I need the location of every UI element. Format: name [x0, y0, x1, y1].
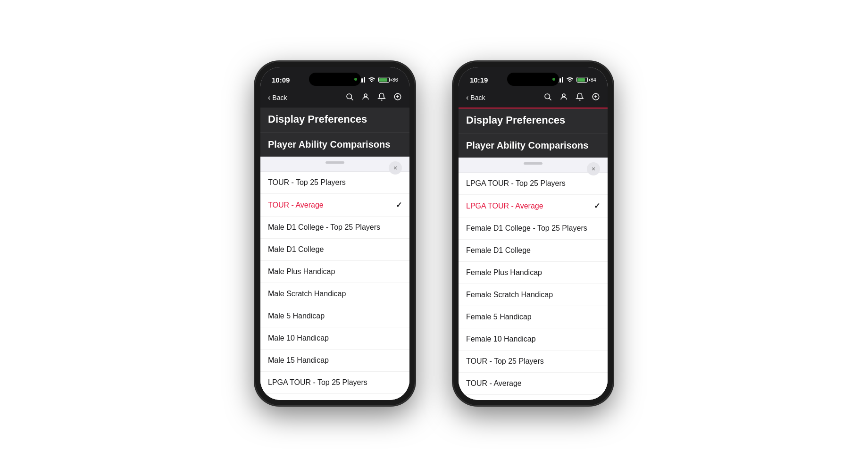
status-icons: 86: [357, 76, 398, 83]
search-icon[interactable]: [345, 92, 354, 103]
battery-icon: 86: [378, 77, 398, 83]
sheet-item-label-7: Female 10 Handicap: [466, 335, 536, 343]
nav-back-button[interactable]: ‹ Back: [466, 93, 485, 102]
sheet-item-9[interactable]: LPGA TOUR - Top 25 Players: [260, 372, 409, 394]
sheet-item-1[interactable]: LPGA TOUR - Average ✓: [459, 195, 608, 217]
sheet-items-list: TOUR - Top 25 Players TOUR - Average ✓ M…: [260, 172, 409, 400]
sheet-item-4[interactable]: Male Plus Handicap: [260, 261, 409, 283]
sheet-item-2[interactable]: Female D1 College - Top 25 Players: [459, 217, 608, 240]
sheet-item-label-2: Female D1 College - Top 25 Players: [466, 224, 587, 233]
nav-icons: [345, 92, 402, 103]
page-title: Display Preferences: [268, 113, 402, 125]
person-icon[interactable]: [361, 92, 370, 103]
sheet-item-6[interactable]: Male 5 Handicap: [260, 305, 409, 327]
sheet-item-label-4: Male Plus Handicap: [268, 267, 335, 276]
battery-text: 86: [392, 77, 398, 83]
signal-bar-4: [562, 77, 563, 83]
phone-screen-0: 10:09 86 ‹ Back: [260, 67, 409, 400]
sheet-item-0[interactable]: LPGA TOUR - Top 25 Players: [459, 173, 608, 195]
sheet-item-1[interactable]: TOUR - Average ✓: [260, 194, 409, 217]
battery-icon: 84: [576, 77, 596, 83]
sheet-item-7[interactable]: Male 10 Handicap: [260, 327, 409, 350]
svg-line-7: [549, 98, 551, 100]
battery-text: 84: [591, 77, 596, 83]
sheet-item-7[interactable]: Female 10 Handicap: [459, 328, 608, 350]
bell-icon[interactable]: [576, 92, 584, 103]
sheet-close-button[interactable]: ×: [389, 161, 402, 175]
bell-icon[interactable]: [377, 92, 386, 103]
sheet-item-5[interactable]: Male Scratch Handicap: [260, 283, 409, 305]
sheet-item-label-6: Male 5 Handicap: [268, 312, 325, 320]
di-green-dot: [354, 78, 357, 81]
plus-icon[interactable]: [393, 92, 402, 103]
section-title: Player Ability Comparisons: [466, 140, 600, 151]
nav-icons: [543, 92, 600, 103]
sheet-item-4[interactable]: Female Plus Handicap: [459, 262, 608, 284]
section-title: Player Ability Comparisons: [268, 139, 402, 150]
sheet-item-9[interactable]: TOUR - Average: [459, 373, 608, 395]
page-title: Display Preferences: [466, 114, 600, 126]
section-header: Player Ability Comparisons: [260, 133, 409, 157]
search-icon[interactable]: [543, 92, 552, 103]
sheet-item-3[interactable]: Male D1 College: [260, 239, 409, 261]
nav-back-button[interactable]: ‹ Back: [268, 93, 287, 102]
svg-point-2: [364, 94, 367, 97]
status-icons: 84: [555, 76, 596, 83]
sheet-item-label-5: Female Scratch Handicap: [466, 291, 553, 299]
status-time: 10:09: [272, 76, 290, 84]
sheet-handle: [524, 162, 542, 165]
sheet-item-label-7: Male 10 Handicap: [268, 334, 329, 342]
plus-icon[interactable]: [592, 92, 600, 103]
sheet-header: ×: [260, 157, 409, 172]
svg-point-6: [545, 94, 550, 99]
back-arrow-icon: ‹: [268, 93, 270, 102]
back-arrow-icon: ‹: [466, 93, 468, 102]
signal-bar-3: [361, 78, 363, 83]
sheet-item-label-1: LPGA TOUR - Average: [466, 202, 543, 210]
section-header: Player Ability Comparisons: [459, 133, 608, 158]
di-green-dot: [552, 78, 555, 81]
checkmark-icon: ✓: [396, 200, 402, 209]
sheet-item-2[interactable]: Male D1 College - Top 25 Players: [260, 217, 409, 239]
sheet-item-label-6: Female 5 Handicap: [466, 313, 532, 321]
sheet-item-label-8: TOUR - Top 25 Players: [466, 357, 544, 366]
back-label: Back: [272, 94, 287, 101]
sheet-item-0[interactable]: TOUR - Top 25 Players: [260, 172, 409, 194]
sheet-item-label-5: Male Scratch Handicap: [268, 290, 346, 298]
signal-bar-4: [364, 77, 365, 83]
sheet-item-label-3: Female D1 College: [466, 246, 531, 255]
sheet-item-label-0: TOUR - Top 25 Players: [268, 178, 346, 187]
screen-content-0: 10:09 86 ‹ Back: [260, 67, 409, 400]
svg-point-8: [562, 94, 565, 97]
dynamic-island: [309, 73, 361, 86]
sheet-items-list: LPGA TOUR - Top 25 Players LPGA TOUR - A…: [459, 173, 608, 400]
svg-line-1: [351, 98, 353, 100]
sheet-handle: [326, 161, 344, 164]
phone-device-1: 10:19 84 ‹ Back: [453, 61, 613, 406]
sheet-item-label-2: Male D1 College - Top 25 Players: [268, 223, 380, 232]
page-title-area: Display Preferences: [459, 108, 608, 133]
bottom-sheet: × LPGA TOUR - Top 25 Players LPGA TOUR -…: [459, 158, 608, 400]
status-time: 10:19: [470, 76, 488, 84]
sheet-item-label-9: TOUR - Average: [466, 379, 522, 388]
sheet-item-label-9: LPGA TOUR - Top 25 Players: [268, 378, 367, 387]
sheet-item-6[interactable]: Female 5 Handicap: [459, 306, 608, 328]
person-icon[interactable]: [559, 92, 568, 103]
sheet-item-8[interactable]: Male 15 Handicap: [260, 350, 409, 372]
phone-wrapper-1: 10:19 84 ‹ Back: [453, 61, 613, 406]
sheet-item-label-3: Male D1 College: [268, 245, 324, 254]
bottom-sheet: × TOUR - Top 25 Players TOUR - Average ✓…: [260, 157, 409, 400]
signal-bar-3: [559, 78, 561, 83]
phone-wrapper-0: 10:09 86 ‹ Back: [255, 61, 415, 406]
back-label: Back: [470, 94, 485, 101]
sheet-close-button[interactable]: ×: [587, 162, 600, 175]
sheet-item-5[interactable]: Female Scratch Handicap: [459, 284, 608, 306]
sheet-item-3[interactable]: Female D1 College: [459, 240, 608, 262]
sheet-item-8[interactable]: TOUR - Top 25 Players: [459, 350, 608, 373]
phone-device-0: 10:09 86 ‹ Back: [255, 61, 415, 406]
screen-content-1: 10:19 84 ‹ Back: [459, 67, 608, 400]
dynamic-island: [507, 73, 559, 86]
sheet-item-label-8: Male 15 Handicap: [268, 356, 329, 365]
sheet-item-label-4: Female Plus Handicap: [466, 268, 542, 277]
sheet-item-label-0: LPGA TOUR - Top 25 Players: [466, 179, 566, 188]
